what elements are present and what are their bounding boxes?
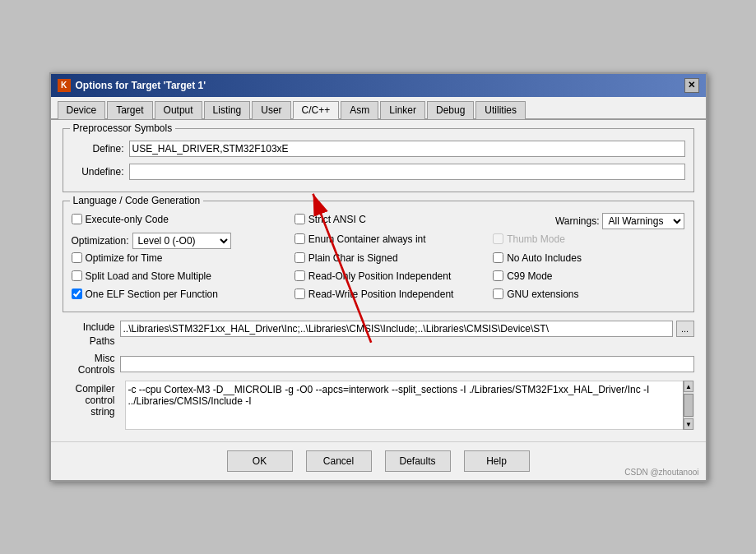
- read-write-row: Read-Write Position Independent: [295, 289, 486, 300]
- enum-container-row: Enum Container always int: [295, 233, 426, 245]
- one-elf-row: One ELF Section per Function: [72, 289, 263, 300]
- compiler-string-text: -c --cpu Cortex-M3 -D__MICROLIB -g -O0 -…: [128, 384, 650, 407]
- execute-only-row: Execute-only Code: [72, 214, 263, 225]
- tab-listing[interactable]: Listing: [204, 101, 251, 119]
- dialog-title: Options for Target 'Target 1': [76, 80, 206, 91]
- c99-checkbox[interactable]: [493, 270, 503, 281]
- execute-only-checkbox[interactable]: [72, 214, 82, 224]
- enum-container-label: Enum Container always int: [308, 233, 426, 245]
- language-group-label: Language / Code Generation: [70, 195, 204, 206]
- app-icon: K: [58, 79, 71, 92]
- tab-cpp[interactable]: C/C++: [293, 101, 340, 119]
- warnings-select[interactable]: All Warnings No Warnings: [602, 213, 684, 229]
- scroll-up-arrow[interactable]: ▲: [684, 381, 693, 392]
- tab-utilities[interactable]: Utilities: [475, 101, 526, 119]
- tab-linker[interactable]: Linker: [380, 101, 425, 119]
- strict-ansi-checkbox[interactable]: [295, 214, 305, 224]
- cancel-button[interactable]: Cancel: [306, 450, 372, 472]
- read-write-checkbox[interactable]: [295, 289, 305, 299]
- read-only-label: Read-Only Position Independent: [308, 270, 451, 282]
- define-input[interactable]: [129, 141, 685, 157]
- no-auto-includes-label: No Auto Includes: [507, 252, 582, 264]
- scroll-thumb[interactable]: [684, 394, 693, 417]
- optimize-time-row: Optimize for Time: [72, 252, 263, 264]
- gnu-extensions-label: GNU extensions: [507, 289, 578, 300]
- ok-button[interactable]: OK: [227, 450, 293, 472]
- misc-label: MiscControls: [63, 353, 120, 376]
- strict-ansi-label: Strict ANSI C: [308, 214, 366, 225]
- c99-row: C99 Mode: [493, 270, 684, 282]
- plain-char-checkbox[interactable]: [295, 252, 305, 263]
- defaults-button[interactable]: Defaults: [385, 450, 451, 472]
- undefine-input[interactable]: [129, 164, 685, 180]
- button-row: OK Cancel Defaults Help: [51, 441, 706, 480]
- plain-char-label: Plain Char is Signed: [308, 252, 398, 264]
- read-write-label: Read-Write Position Independent: [308, 289, 454, 300]
- tab-device[interactable]: Device: [58, 101, 106, 119]
- misc-controls-row: MiscControls: [63, 353, 694, 376]
- tabs-row: Device Target Output Listing User C/C++ …: [51, 97, 706, 120]
- optimization-label: Optimization:: [72, 235, 129, 247]
- preprocessor-group: Preprocessor Symbols Define: Undefine:: [63, 128, 694, 192]
- thumb-mode-label: Thumb Mode: [507, 233, 565, 245]
- close-button[interactable]: ✕: [684, 78, 699, 93]
- compiler-label: Compilercontrolstring: [63, 381, 120, 418]
- optimize-time-label: Optimize for Time: [86, 252, 163, 264]
- tab-user[interactable]: User: [252, 101, 290, 119]
- include-browse-button[interactable]: ...: [676, 321, 694, 337]
- optimize-time-checkbox[interactable]: [72, 252, 82, 263]
- split-load-checkbox[interactable]: [72, 270, 82, 281]
- include-paths-label: IncludePaths: [63, 321, 120, 349]
- thumb-mode-checkbox[interactable]: [493, 233, 503, 244]
- split-load-label: Split Load and Store Multiple: [86, 270, 211, 282]
- define-label: Define:: [72, 143, 129, 155]
- warnings-label: Warnings:: [555, 215, 600, 227]
- gnu-extensions-row: GNU extensions: [493, 289, 684, 300]
- watermark: CSDN @zhoutanooi: [624, 468, 698, 477]
- c99-label: C99 Mode: [507, 270, 552, 282]
- language-group: Language / Code Generation Execute-only …: [63, 201, 694, 312]
- help-button[interactable]: Help: [464, 450, 530, 472]
- read-only-checkbox[interactable]: [295, 270, 305, 281]
- no-auto-includes-checkbox[interactable]: [493, 252, 503, 263]
- include-paths-row: IncludePaths ...: [63, 321, 694, 349]
- title-bar: K Options for Target 'Target 1' ✕: [51, 74, 706, 97]
- scroll-down-arrow[interactable]: ▼: [684, 418, 693, 430]
- enum-container-checkbox[interactable]: [295, 233, 305, 244]
- gnu-extensions-checkbox[interactable]: [493, 289, 503, 299]
- tab-target[interactable]: Target: [107, 101, 152, 119]
- one-elf-label: One ELF Section per Function: [86, 289, 218, 300]
- misc-controls-input[interactable]: [120, 356, 694, 372]
- thumb-mode-row: Thumb Mode: [493, 233, 565, 245]
- tab-asm[interactable]: Asm: [341, 101, 378, 119]
- execute-only-label: Execute-only Code: [86, 214, 169, 225]
- read-only-row: Read-Only Position Independent: [295, 270, 486, 282]
- include-paths-input[interactable]: [120, 321, 673, 337]
- preprocessor-group-label: Preprocessor Symbols: [70, 122, 176, 134]
- compiler-scrollbar[interactable]: ▲ ▼: [683, 381, 694, 430]
- compiler-string-box: -c --cpu Cortex-M3 -D__MICROLIB -g -O0 -…: [125, 381, 694, 430]
- one-elf-checkbox[interactable]: [72, 289, 82, 299]
- tab-debug[interactable]: Debug: [427, 101, 474, 119]
- tab-output[interactable]: Output: [155, 101, 202, 119]
- strict-ansi-row: Strict ANSI C: [295, 214, 486, 225]
- plain-char-row: Plain Char is Signed: [295, 252, 486, 264]
- split-load-row: Split Load and Store Multiple: [72, 270, 263, 282]
- undefine-label: Undefine:: [72, 166, 129, 178]
- optimization-select[interactable]: Level 0 (-O0) Level 1 (-O1) Level 2 (-O2…: [132, 233, 231, 249]
- no-auto-includes-row: No Auto Includes: [493, 252, 684, 264]
